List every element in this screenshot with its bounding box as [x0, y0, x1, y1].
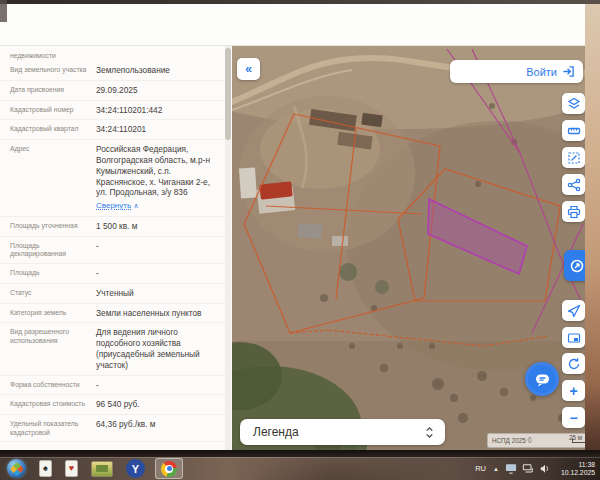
- hidden-icons-arrow[interactable]: ▲: [493, 466, 499, 472]
- chevron-up-icon: ∧: [133, 202, 138, 209]
- login-icon: [562, 65, 575, 78]
- panel-scrollbar-thumb[interactable]: [225, 48, 231, 140]
- layers-button[interactable]: [562, 93, 585, 114]
- measure-button[interactable]: [562, 120, 585, 141]
- locate-button[interactable]: [562, 300, 585, 321]
- minimap-button[interactable]: [562, 327, 585, 348]
- collapse-address-link[interactable]: Свернуть: [96, 201, 131, 212]
- copyright-text: НСПД 2025 ©: [492, 437, 532, 444]
- scale-bar: 25 м: [569, 438, 582, 443]
- start-button[interactable]: [7, 459, 26, 478]
- map-attribution: НСПД 2025 © 25 м: [487, 433, 587, 448]
- legend-dropdown[interactable]: Легенда: [240, 419, 445, 445]
- tray-display-icon[interactable]: [505, 463, 517, 474]
- layers-icon: [567, 97, 581, 111]
- info-row-status: Статус Учтенный: [0, 284, 232, 304]
- photo-right-edge: [585, 0, 600, 480]
- map-area[interactable]: « Войти: [232, 46, 585, 450]
- print-icon: [567, 205, 581, 219]
- zoom-in-button[interactable]: +: [562, 380, 585, 401]
- taskbar-chrome-active[interactable]: [155, 458, 183, 479]
- plus-icon: +: [569, 384, 577, 398]
- ruler-icon: [567, 124, 581, 138]
- info-row-area: Площадь -: [0, 264, 232, 284]
- photo-bottom-edge: [0, 450, 600, 457]
- zoom-out-button[interactable]: −: [562, 407, 585, 428]
- login-label: Войти: [526, 66, 557, 78]
- info-row-area-refined: Площадь уточненная 1 500 кв. м: [0, 217, 232, 237]
- photo-top-edge: [0, 0, 600, 4]
- info-row-cadastral-quarter: Кадастровый квартал 34:24:110201: [0, 120, 232, 140]
- info-row-address: Адрес Российская Федерация, Волгоградска…: [0, 140, 232, 217]
- parcel-info-panel: недвижимости Вид земельного участка Земл…: [0, 46, 232, 450]
- measure-area-icon: [567, 151, 581, 165]
- taskbar-solitaire-icon[interactable]: ♠: [39, 460, 52, 477]
- taskbar-app-icon[interactable]: [91, 461, 113, 477]
- share-icon: [567, 178, 581, 192]
- info-row-area-declared: Площадь декларированная -: [0, 237, 232, 264]
- windows-taskbar: ♠ ♥ Y RU ▲ 11:38 10.12.2025: [0, 457, 600, 480]
- info-row-cadastral-value: Кадастровая стоимость 96 540 руб.: [0, 395, 232, 415]
- taskbar-yandex-icon[interactable]: Y: [126, 459, 145, 478]
- identify-object-icon: [569, 258, 585, 274]
- legend-label: Легенда: [253, 425, 299, 439]
- chat-button[interactable]: [525, 362, 559, 396]
- minus-icon: −: [569, 411, 577, 425]
- updown-chevrons-icon: [424, 426, 435, 439]
- tray-time: 11:38: [578, 461, 595, 468]
- info-row-land-category: Категория земель Земли населенных пункто…: [0, 304, 232, 324]
- compass-rotate-icon: [567, 357, 581, 371]
- tray-clock[interactable]: 11:38 10.12.2025: [561, 461, 595, 476]
- windows-logo-icon: [9, 461, 23, 475]
- info-row-specific-value: Удельный показатель кадастровой 64,36 ру…: [0, 415, 232, 442]
- browser-top-strip: [0, 4, 600, 46]
- info-row-ownership: Форма собственности -: [0, 376, 232, 396]
- tray-volume-icon[interactable]: [539, 463, 551, 474]
- app-icon-art: [96, 465, 108, 472]
- minimap-icon: [567, 331, 581, 345]
- collapse-panel-button[interactable]: «: [237, 58, 260, 80]
- info-row-permitted-use: Вид разрешенного использования Для веден…: [0, 323, 232, 375]
- measure-area-button[interactable]: [562, 147, 585, 168]
- truncated-label: недвижимости: [0, 46, 232, 61]
- chrome-icon: [161, 461, 177, 477]
- tray-network-icon[interactable]: [522, 463, 534, 474]
- scale-label: 25 м: [569, 434, 582, 441]
- print-button[interactable]: [562, 201, 585, 222]
- compass-button[interactable]: [562, 353, 585, 374]
- taskbar-cardgame-icon[interactable]: ♥: [65, 460, 78, 477]
- tray-date: 10.12.2025: [561, 469, 595, 476]
- chat-bubble-icon: [534, 371, 551, 388]
- photo-corner-mark: [0, 0, 7, 22]
- info-row-land-type: Вид земельного участка Землепользование: [0, 61, 232, 81]
- address-text: Российская Федерация, Волгоградская обла…: [96, 144, 210, 197]
- share-button[interactable]: [562, 174, 585, 195]
- chevrons-left-icon: «: [245, 63, 252, 75]
- info-row-cadastral-number: Кадастровый номер 34:24:110201:442: [0, 101, 232, 121]
- login-button[interactable]: Войти: [450, 60, 583, 83]
- locate-icon: [567, 304, 581, 318]
- language-indicator[interactable]: RU: [475, 464, 486, 473]
- screen-photo: недвижимости Вид земельного участка Земл…: [0, 0, 600, 480]
- info-row-date: Дата присвоения 29.09.2025: [0, 81, 232, 101]
